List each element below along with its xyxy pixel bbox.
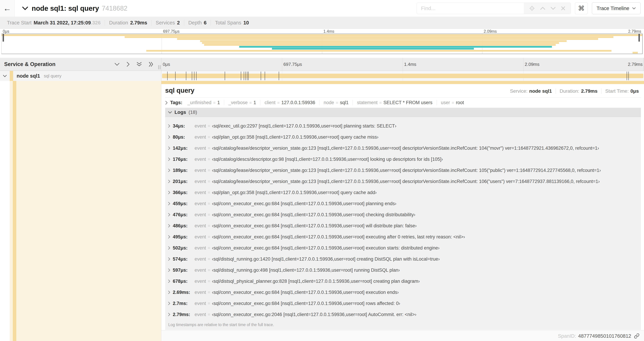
log-row[interactable]: 459μs: event = ‹sql/conn_executor_exec.g… <box>168 198 641 209</box>
column-resizer-grip[interactable] <box>158 65 160 69</box>
log-row[interactable]: 189μs: event = ‹sql/catalog/lease/descri… <box>168 165 641 176</box>
back-button[interactable]: ← <box>0 0 15 17</box>
span-detail-card: sql query Service: node sql1 Duration: 2… <box>161 84 644 330</box>
log-row[interactable]: 2.79ms: event = ‹sql/conn_executor_exec.… <box>168 309 641 320</box>
deep-link-icon[interactable] <box>634 333 640 339</box>
minimap-span-bar <box>632 52 638 54</box>
log-field-value: ‹sql/plan_opt.go:358 [nsql1,client=127.0… <box>212 190 377 195</box>
log-row[interactable]: 142μs: event = ‹sql/catalog/lease/descri… <box>168 143 641 154</box>
log-timestamp: 574μs: <box>173 256 192 262</box>
keyboard-shortcuts-button[interactable]: ⌘ <box>575 3 588 14</box>
log-marker-tick <box>265 72 265 80</box>
view-selector-dropdown[interactable]: Trace Timeline <box>592 3 640 14</box>
chevron-right-icon <box>168 168 170 172</box>
expand-one-button[interactable] <box>126 62 130 67</box>
crosshair-icon <box>529 5 535 11</box>
log-timestamp: 34μs: <box>173 123 192 129</box>
log-field-key: event <box>194 290 206 295</box>
minimap-left-drag-handle[interactable] <box>2 34 4 42</box>
timeline-tick-label: 2.09ms <box>525 62 540 67</box>
minimap-span-bar <box>125 36 614 38</box>
log-row[interactable]: 476μs: event = ‹sql/conn_executor_exec.g… <box>168 209 641 220</box>
span-children-toggle[interactable] <box>0 75 10 77</box>
trace-page: ← node sql1: sql query 7418682 <box>0 0 644 341</box>
span-name-cell[interactable]: node sql1 sql query <box>0 71 161 81</box>
logs-title: Logs <box>174 110 186 115</box>
span-service-name: node sql1 <box>16 73 40 79</box>
equals-sign: = <box>208 157 210 162</box>
duration-label: Duration: <box>560 88 580 94</box>
log-timestamp: 2.69ms: <box>173 290 192 295</box>
equals-sign: = <box>208 301 210 306</box>
summary-value: March 31 2022, 17:25:09 <box>34 20 91 26</box>
span-timeline-cell[interactable] <box>161 71 644 81</box>
focus-match-button[interactable] <box>529 5 535 11</box>
log-field-key: event <box>194 223 206 229</box>
divider <box>165 97 641 98</box>
log-row[interactable]: 486μs: event = ‹sql/conn_executor_exec.g… <box>168 220 641 231</box>
tags-accordion[interactable]: Tags: _unfinished = 1 _verbose = 1 <box>165 100 641 105</box>
tag-key: user <box>441 100 450 105</box>
log-row[interactable]: 176μs: event = ‹sql/catalog/descs/descri… <box>168 154 641 165</box>
find-input[interactable] <box>417 3 524 14</box>
log-row[interactable]: 80μs: event = ‹sql/plan_opt.go:358 [nsql… <box>168 132 641 143</box>
spacer <box>0 54 644 58</box>
summary-value: 6 <box>204 20 206 26</box>
span-detail-area: sql query Service: node sql1 Duration: 2… <box>0 81 644 341</box>
trace-collapse-toggle[interactable] <box>22 7 28 10</box>
trace-summary-item: Depth 6 <box>184 20 211 26</box>
timeline-ticks-header: 0μs697.75μs1.4ms2.09ms2.79ms <box>161 58 644 71</box>
summary-label: Services <box>156 20 175 26</box>
log-field-key: event <box>194 179 206 184</box>
log-row[interactable]: 201μs: event = ‹sql/catalog/lease/descri… <box>168 176 641 187</box>
log-row[interactable]: 366μs: event = ‹sql/plan_opt.go:358 [nsq… <box>168 187 641 198</box>
log-row[interactable]: 2.69ms: event = ‹sql/conn_executor_exec.… <box>168 287 641 298</box>
collapse-all-button[interactable] <box>136 62 142 67</box>
log-timestamp: 176μs: <box>173 157 192 162</box>
log-marker-tick <box>167 72 168 80</box>
equals-sign: = <box>379 100 382 105</box>
log-row[interactable]: 2.7ms: event = ‹sql/conn_executor_exec.g… <box>168 298 641 309</box>
equals-sign: = <box>208 168 210 173</box>
collapse-one-button[interactable] <box>114 63 120 66</box>
clear-find-button[interactable] <box>561 6 566 11</box>
log-marker-tick <box>279 72 279 80</box>
log-row[interactable]: 597μs: event = ‹sql/distsql_running.go:4… <box>168 265 641 276</box>
log-marker-tick <box>628 72 629 80</box>
page-title: node sql1: sql query <box>32 5 99 12</box>
timeline-tick-label: 0μs <box>163 62 170 67</box>
find-controls <box>524 3 570 14</box>
log-row[interactable]: 34μs: event = ‹sql/exec_util.go:2297 [ns… <box>168 120 641 132</box>
log-row[interactable]: 678μs: event = ‹sql/distsql_physical_pla… <box>168 276 641 287</box>
log-field-key: event <box>194 123 206 129</box>
log-field-value: ‹sql/catalog/lease/descriptor_version_st… <box>212 179 600 184</box>
minimap-span-bar <box>177 38 598 40</box>
tag-value: 1 <box>254 100 256 105</box>
log-field-value: ‹sql/catalog/lease/descriptor_version_st… <box>212 146 599 151</box>
log-timestamp: 366μs: <box>173 190 192 195</box>
minimap-span-bar <box>146 50 612 52</box>
log-timestamp: 142μs: <box>173 146 192 151</box>
minimap-canvas[interactable] <box>2 34 642 54</box>
log-marker-tick <box>261 72 261 80</box>
next-match-button[interactable] <box>550 7 556 10</box>
service-value: node sql1 <box>529 88 552 94</box>
logs-accordion-header[interactable]: Logs (18) <box>165 108 641 117</box>
log-timestamp: 459μs: <box>173 201 192 206</box>
chevron-up-icon <box>540 7 546 10</box>
expand-all-button[interactable] <box>149 62 154 67</box>
chevron-down-icon <box>114 63 120 66</box>
spanid-label: SpanID: <box>558 333 576 339</box>
log-row[interactable]: 502μs: event = ‹sql/conn_executor_exec.g… <box>168 242 641 253</box>
minimap-tick-label: 2.09ms <box>484 29 497 34</box>
log-row[interactable]: 574μs: event = ‹sql/distsql_running.go:1… <box>168 253 641 265</box>
span-duration-bar[interactable] <box>162 74 643 78</box>
minimap-right-drag-handle[interactable] <box>638 34 640 42</box>
tag-value: SELECT * FROM users <box>384 100 432 105</box>
log-row[interactable]: 495μs: event = ‹sql/conn_executor_exec.g… <box>168 231 641 242</box>
equals-sign: = <box>213 100 216 105</box>
trace-summary-item: Total Spans 10 <box>211 20 253 26</box>
tag-key: node <box>324 100 334 105</box>
logs-list: 34μs: event = ‹sql/exec_util.go:2297 [ns… <box>168 120 641 320</box>
prev-match-button[interactable] <box>540 7 546 10</box>
